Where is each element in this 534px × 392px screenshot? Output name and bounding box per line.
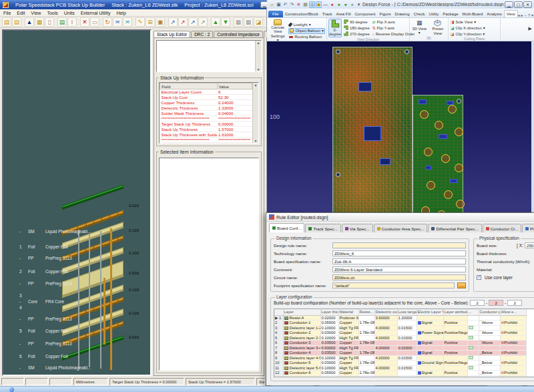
menu-external-utility[interactable]: External Utility (81, 11, 111, 15)
gray-ball-icon[interactable]: ● (349, 2, 355, 7)
vertical-scrollbar[interactable]: ▲▼ (255, 41, 261, 71)
designforce-titlebar[interactable]: ▱ ▣ ↶ ↷ ✕ ▦ ◎ ◉ — ● ● ● ● ▾ Design Force… (267, 0, 534, 9)
tab-track-spec-[interactable]: Track Spec... (305, 224, 340, 232)
buildup-core-input[interactable]: 2 (489, 300, 503, 306)
selected-item-box[interactable] (159, 158, 259, 371)
arrow-ne-gray-icon[interactable]: ↗ (198, 17, 208, 27)
tab-component[interactable]: Component (353, 11, 378, 17)
info-row[interactable]: Dielectric Thickness1.33000 (160, 106, 252, 111)
object-balloon-button[interactable]: Object Balloon▾ (288, 28, 325, 34)
ribbon-scroll-right-icon[interactable]: ▶ (529, 26, 532, 31)
ic-component[interactable] (380, 158, 390, 165)
close-button[interactable]: ✕ (523, 1, 532, 8)
routing-balloon-button[interactable]: Routing Balloon (288, 34, 325, 40)
column-icon[interactable]: I (67, 17, 77, 27)
open-icon[interactable]: ▦ (35, 17, 44, 27)
help-dropdown-icon[interactable]: ▾ (531, 13, 533, 17)
flip-x-axis-button[interactable]: ⇄Flip X-axis (372, 19, 416, 25)
view-0-degree-button[interactable]: 0-degree (328, 19, 342, 37)
scroll-up-icon[interactable]: ▲ (256, 41, 261, 45)
ribbon-collapse-icon[interactable]: ‒ (525, 13, 527, 17)
rotate-icon[interactable]: ↻ (103, 17, 112, 27)
insert-down-icon[interactable]: ▼ (221, 17, 230, 27)
view-90-degree-button[interactable]: 90-degree (343, 19, 370, 25)
scroll-down-icon[interactable]: ▼ (253, 139, 258, 143)
info-row[interactable]: Stack Up Cost52.30 (160, 95, 252, 100)
rule-editor-titlebar[interactable]: Rule Editor [routed.dsgn] (266, 213, 534, 222)
menu-view[interactable]: View (31, 11, 41, 15)
layer-row[interactable]: 9Dielectric layer 4-50.10000High Tg FR44… (274, 355, 526, 361)
compare-teal-icon[interactable]: ≍ (123, 17, 132, 27)
reverse-display-order-button[interactable]: ↕Reverse Display Order (372, 31, 416, 37)
clip-x-direction-button[interactable]: ◪Clip X-direction▾ (450, 25, 486, 31)
redo-icon[interactable]: ↷ (289, 2, 295, 7)
new-icon[interactable]: ▱ (269, 2, 275, 7)
minimize-button[interactable]: ▁ (505, 1, 513, 8)
info-row[interactable]: Stack Up Thickness with Soldermask1.6100… (160, 132, 252, 138)
blank-box-icon[interactable]: ▭ (90, 17, 99, 27)
board-size-x-input[interactable]: 250.00000 (525, 242, 534, 248)
tab-check[interactable]: Check (412, 11, 427, 17)
pcb-board-extension[interactable] (413, 95, 463, 222)
view-270-degree-button[interactable]: 270-degree (343, 31, 370, 37)
minus-icon[interactable]: — (322, 2, 328, 7)
help-icon[interactable]: ? (528, 13, 530, 17)
menu-help[interactable]: Help (116, 11, 125, 15)
grid-icon[interactable]: ▦ (234, 17, 243, 27)
speedstack-titlebar[interactable]: Polar Speedstack PCB Stack Up Builder St… (0, 0, 266, 9)
taskbar[interactable] (0, 386, 534, 392)
stackup-new-icon[interactable]: ▤ (2, 17, 11, 27)
info-row[interactable]: Stack Up Thickness1.57000 (160, 127, 252, 132)
layer-row[interactable]: 13Resist-B0.02000Probimer 653.600001.200… (274, 375, 526, 377)
buildup-above-input[interactable]: 2 (470, 300, 485, 306)
tab-track[interactable]: Track (320, 11, 334, 17)
wedge-icon[interactable]: ◪ (254, 17, 263, 27)
save-icon[interactable]: ▣ (276, 2, 282, 7)
pcb-board-main[interactable] (332, 47, 413, 214)
tab-pl-[interactable]: Pl... (522, 224, 534, 232)
scroll-up-icon[interactable]: ▲ (253, 83, 258, 87)
info-row[interactable]: Target Stack Up Thickness0.00000 (160, 122, 252, 127)
canvas-view-settings-button[interactable]: Canvas View Settings ▾ (268, 19, 287, 43)
layer-row[interactable]: ▶ 1Resist-A0.02000Probimer 653.600001.20… (274, 315, 526, 321)
delete-icon[interactable]: ✕ (296, 2, 302, 7)
layer-row[interactable]: 12Conductor-60.05500Copper1.78e-08Signal… (274, 371, 526, 376)
comment-input[interactable]: ZDWest 6-Layer Standard (332, 266, 466, 272)
stack-layer-slab[interactable] (62, 184, 123, 210)
info-row[interactable]: Copper Thickness0.24000 (160, 100, 252, 106)
board-specification-name-input[interactable]: Zuk-06-A (332, 258, 466, 264)
qat-dropdown-icon[interactable]: ▾ (356, 2, 362, 7)
green-ball2-icon[interactable]: ● (342, 2, 348, 7)
vertical-scrollbar[interactable]: ▲▼ (252, 83, 258, 143)
side-view-button[interactable]: ◨Side View▾ (450, 19, 486, 25)
3d-view-button[interactable]: ▦ 3D View ▾ (411, 19, 428, 36)
balloon-mode-icon[interactable]: ◉ (316, 1, 322, 8)
view-180-degree-button[interactable]: 180-degree (343, 25, 370, 31)
tab-construction-block[interactable]: Construction/Block (283, 11, 320, 17)
info-row[interactable]: ****************************************… (160, 138, 252, 143)
arrow-ne-blue-icon[interactable]: ↗ (168, 17, 178, 27)
layer-row[interactable]: 5Dielectric layer 2-30.10000High Tg FR44… (274, 335, 526, 341)
menu-units[interactable]: Units (64, 11, 75, 15)
tab-board-conf-[interactable]: Board Conf... (269, 223, 304, 232)
maximize-button[interactable]: ▢ (514, 1, 523, 8)
wizard-icon[interactable]: ▲ (25, 17, 34, 27)
info-row[interactable]: ****************************************… (160, 116, 252, 122)
design-rule-name-input[interactable] (332, 242, 466, 248)
preset-view-button[interactable]: Preset View (429, 19, 447, 36)
tab-controlled-impedance[interactable]: Controlled Impedance (214, 31, 263, 37)
grid2-icon[interactable]: ▦ (244, 17, 253, 27)
tab-differential-pair-spec-[interactable]: Differential Pair Spec... (428, 224, 481, 232)
layer-row[interactable]: 10Conductor-50.03000Copper1.78e-08Ground… (274, 361, 526, 366)
scroll-down-icon[interactable]: ▼ (256, 67, 261, 71)
buildup-below-input[interactable]: 2 (507, 300, 522, 306)
ic-component[interactable] (364, 126, 381, 141)
browse-button[interactable]: … (457, 282, 466, 288)
tab-analysis[interactable]: Analysis (485, 11, 503, 17)
delete-icon[interactable]: ✕ (80, 17, 89, 27)
tab-scroll-left-icon[interactable]: ◂ (518, 13, 520, 17)
copy-icon[interactable]: ⊞ (146, 17, 155, 27)
tab-package[interactable]: Package (441, 11, 460, 17)
menu-tools[interactable]: Tools (47, 11, 57, 15)
footprint-specification-name-input[interactable]: "default" (332, 282, 455, 288)
